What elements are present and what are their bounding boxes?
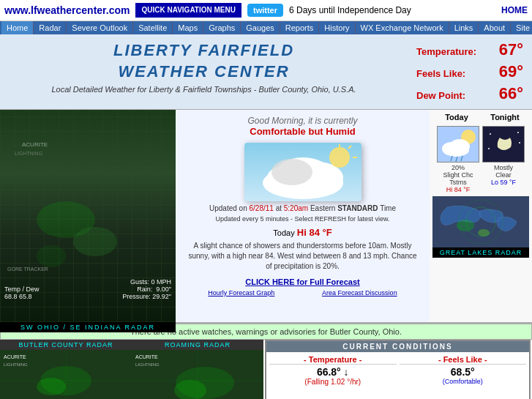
site-subtitle: Local Detailed Weather for Liberty & Fai… xyxy=(7,85,400,94)
cloud-image xyxy=(244,143,361,201)
feels-like-value: 69° xyxy=(499,62,523,81)
svg-point-27 xyxy=(517,132,519,133)
nav-severe-outlook[interactable]: Severe Outlook xyxy=(67,21,133,34)
roaming-map: ACURITE LIGHTNING GORE TRACKER xyxy=(132,350,263,399)
svg-text:LIGHTNING: LIGHTNING xyxy=(4,362,28,367)
today-hi: Hi 84 °F xyxy=(297,227,332,238)
temp-values: 68.8 65.8 xyxy=(4,293,40,300)
area-discussion-link[interactable]: Area Forecast Discussion xyxy=(322,289,397,297)
cc-body: - Temperature - 66.8° ↓ (Falling 1.02 °/… xyxy=(266,352,529,389)
tonight-lo-temp: Lo 59 °F xyxy=(491,179,516,186)
nav-gauges[interactable]: Gauges xyxy=(241,21,280,34)
nav-sitemap[interactable]: Site Map xyxy=(511,21,532,34)
cc-temp-change: (Falling 1.02 °/hr) xyxy=(269,378,397,386)
twitter-button[interactable]: twitter xyxy=(247,4,283,17)
tonight-col-header: Tonight xyxy=(483,113,527,122)
svg-point-29 xyxy=(488,148,490,149)
logo-lf2: lfweather xyxy=(31,4,75,16)
cc-comfort: (Comfortable) xyxy=(400,378,527,385)
hourly-graph-link[interactable]: Hourly Forecast Graph xyxy=(208,289,274,297)
cloud-container xyxy=(184,143,421,201)
svg-text:LIGHTNING: LIGHTNING xyxy=(135,362,160,367)
tonight-weather-svg xyxy=(483,127,525,163)
butler-county-radar: BUTLER COUNTY RADAR ACURITE LIGHTNING GO… xyxy=(0,340,132,399)
svg-text:LIGHTNING: LIGHTNING xyxy=(15,151,42,156)
today-chance: 20% xyxy=(437,164,479,171)
roaming-label: ROAMING RADAR xyxy=(132,340,263,350)
quick-nav-button[interactable]: QUICK NAVIGATION MENU xyxy=(135,3,241,18)
svg-point-11 xyxy=(271,159,312,185)
right-panel: Today Tonight xyxy=(430,110,532,322)
rain-label: Gusts: 0 MPH xyxy=(122,278,171,286)
top-bar: www.lfweathercenter.com QUICK NAVIGATION… xyxy=(0,0,532,21)
logo: www.lfweathercenter.com xyxy=(4,4,130,16)
forecast-header: Today Tonight xyxy=(432,113,529,122)
weather-condition: Comfortable but Humid xyxy=(184,126,421,137)
today-hi-prefix: Hi xyxy=(297,227,310,238)
nav-home[interactable]: Home xyxy=(1,21,34,34)
forecast-text: A slight chance of showers and thunderst… xyxy=(184,241,421,272)
today-forecast: Today Hi 84 °F xyxy=(184,227,421,238)
today-forecast-col: 20% Slight Chc Tstms Hi 84 °F xyxy=(437,124,479,193)
today-col-header: Today xyxy=(435,113,479,122)
nav-satellite[interactable]: Satellite xyxy=(133,21,173,34)
radar-temp-info: Temp / Dew 68.8 65.8 xyxy=(4,286,40,300)
cc-feels-value: 68.5° xyxy=(400,366,527,378)
svg-point-20 xyxy=(449,139,470,154)
svg-text:ACURITE: ACURITE xyxy=(22,141,48,148)
nav-radar[interactable]: Radar xyxy=(34,21,67,34)
bottom-links: Hourly Forecast Graph Area Forecast Disc… xyxy=(184,289,421,297)
today-label: Today xyxy=(273,228,294,237)
dew-point-value: 66° xyxy=(499,84,523,103)
header-right: Temperature: 67° Feels Like: 69° Dew Poi… xyxy=(408,34,532,109)
cc-feels-label: - Feels Like - xyxy=(400,355,527,365)
lakes-radar: GREAT LAKES RADAR xyxy=(432,196,529,258)
svg-text:GORE TRACKER: GORE TRACKER xyxy=(7,266,48,272)
home-link[interactable]: HOME xyxy=(501,5,528,15)
left-radar: 05:21:50 AM EST • June 28, 2011 ACURITE … xyxy=(0,110,176,322)
svg-point-1 xyxy=(73,227,117,256)
cc-temp-col: - Temperature - 66.8° ↓ (Falling 1.02 °/… xyxy=(269,355,397,386)
cc-feels-col: - Feels Like - 68.5° (Comfortable) xyxy=(400,355,527,386)
dew-point-stat: Dew Point: 66° xyxy=(416,84,523,103)
tonight-desc: Mostly Clear xyxy=(482,164,525,179)
nav-history[interactable]: History xyxy=(319,21,355,34)
weather-greeting: Good Morning, it is currently xyxy=(184,116,421,126)
tonight-forecast-col: Mostly Clear Lo 59 °F xyxy=(482,124,525,193)
today-hi-value: 84 °F xyxy=(309,227,331,238)
nav-graphs[interactable]: Graphs xyxy=(203,21,241,34)
nav-maps[interactable]: Maps xyxy=(173,21,203,34)
full-forecast-link[interactable]: CLICK HERE for Full Forecast xyxy=(184,277,421,286)
svg-point-26 xyxy=(490,133,491,135)
update-standard: STANDARD xyxy=(337,204,378,212)
lakes-label: GREAT LAKES RADAR xyxy=(432,247,529,258)
radar-label: SW OHIO / SE INDIANA RADAR xyxy=(0,322,176,332)
nav-reports[interactable]: Reports xyxy=(280,21,320,34)
independence-text: 6 Days until Independence Day xyxy=(289,5,495,15)
tonight-forecast-icon xyxy=(482,126,525,163)
svg-point-33 xyxy=(457,220,474,231)
cc-temp-label: - Temperature - xyxy=(269,355,397,365)
cc-header: CURRENT CONDITIONS xyxy=(266,341,529,352)
radar-rain-info: Gusts: 0 MPH Rain: 9.00" Pressure: 29.92… xyxy=(122,278,171,300)
nav-wx-exchange[interactable]: WX Exchange Network xyxy=(356,21,449,34)
site-title: LIBERTY FAIRFIELD WEATHER CENTER xyxy=(7,40,400,82)
feels-like-label: Feels Like: xyxy=(416,68,465,79)
logo-text: www.lfweathercenter.com xyxy=(4,4,130,16)
tonight-temp: Lo 59 °F xyxy=(482,179,525,186)
nav-about[interactable]: About xyxy=(479,21,511,34)
svg-point-12 xyxy=(329,147,350,168)
update-tz: Time xyxy=(378,204,396,212)
nav-links[interactable]: Links xyxy=(449,21,479,34)
svg-point-28 xyxy=(519,142,520,143)
dew-point-label: Dew Point: xyxy=(416,90,465,101)
butler-map: ACURITE LIGHTNING GORE TRACKER xyxy=(0,350,132,399)
today-temp: Hi 84 °F xyxy=(437,186,479,193)
today-forecast-icon xyxy=(437,126,479,163)
radar-overlay: ACURITE LIGHTNING GORE TRACKER Temp / De… xyxy=(0,110,176,322)
today-hi-temp: Hi 84 °F xyxy=(446,186,471,193)
butler-label: BUTLER COUNTY RADAR xyxy=(0,340,132,350)
update-date: 6/28/11 xyxy=(250,204,274,212)
today-weather-svg xyxy=(438,127,479,163)
svg-text:ACURITE: ACURITE xyxy=(4,354,26,359)
